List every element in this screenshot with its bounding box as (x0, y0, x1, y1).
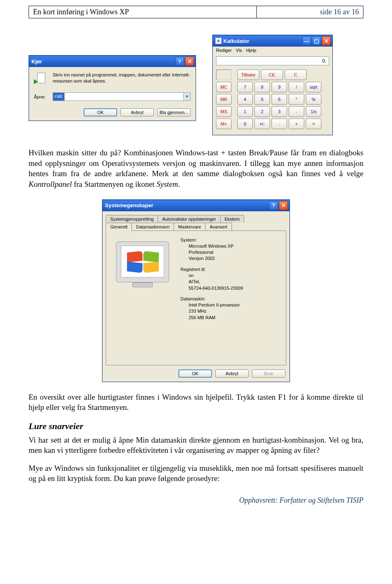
calc-neg[interactable]: +/- (254, 119, 270, 129)
calc-c[interactable]: C (285, 69, 307, 80)
tab-computername[interactable]: Datamaskinnavn (131, 223, 174, 231)
calc-9[interactable]: 9 (272, 82, 287, 92)
menu-view[interactable]: Vis (236, 48, 242, 53)
calc-mul[interactable]: * (289, 94, 304, 105)
calc-mem-indicator (216, 69, 232, 80)
calc-mc[interactable]: MC (216, 82, 232, 92)
calc-6[interactable]: 6 (272, 94, 287, 105)
paragraph-1: Hvilken maskin sitter du på? Kombinasjon… (29, 148, 363, 190)
calc-mplus[interactable]: M+ (216, 119, 232, 129)
calc-dot[interactable]: . (272, 119, 287, 129)
calculator-window: ⊞ Kalkulator — ▢ ✕ Rediger Vis Hjelp 0. (212, 35, 333, 135)
menu-edit[interactable]: Rediger (216, 48, 232, 53)
run-dialog: Kjør ? ✕ Skriv inn navnet på programmet,… (29, 55, 196, 121)
tab-hardware[interactable]: Maskinvare (174, 223, 205, 231)
paragraph-2: En oversikt over alle hurtigtaster finne… (29, 392, 363, 413)
tab-restore[interactable]: Systemgjenoppretting (106, 215, 158, 223)
tab-general[interactable]: Generelt (106, 223, 132, 231)
calc-3[interactable]: 3 (272, 106, 287, 117)
calc-title: Kalkulator (223, 38, 302, 44)
header-title: En kort innføring i Windows XP (29, 6, 257, 18)
run-titlebar: Kjør ? ✕ (29, 56, 196, 67)
chevron-down-icon[interactable] (183, 93, 190, 101)
calc-titlebar: ⊞ Kalkulator — ▢ ✕ (213, 35, 332, 47)
close-icon[interactable]: ✕ (322, 36, 331, 45)
calc-add[interactable]: + (289, 119, 304, 129)
browse-button[interactable]: Bla gjennom... (157, 108, 191, 116)
calc-2[interactable]: 2 (254, 106, 270, 117)
calc-back[interactable]: Tilbake (237, 69, 259, 80)
calc-1[interactable]: 1 (237, 106, 253, 117)
top-screenshots: Kjør ? ✕ Skriv inn navnet på programmet,… (0, 18, 392, 143)
sysprops-title: Systemegenskaper (105, 202, 269, 208)
calc-ce[interactable]: CE (261, 69, 283, 80)
run-icon (34, 72, 49, 87)
calc-inv[interactable]: 1/x (306, 106, 321, 117)
system-info: System: Microsoft Windows XP Professiona… (180, 237, 243, 326)
system-header: System: (180, 237, 243, 242)
tab-advanced[interactable]: Avansert (205, 223, 232, 231)
page-footer: Opphavsrett: Forfatter og Stiftelsen TIS… (0, 491, 392, 513)
calc-8[interactable]: 8 (254, 82, 270, 92)
calc-4[interactable]: 4 (237, 94, 253, 105)
system-properties-dialog: Systemegenskaper ? ✕ Systemgjenopprettin… (102, 199, 290, 382)
calc-pct[interactable]: % (306, 94, 321, 105)
minimize-icon[interactable]: — (302, 36, 311, 45)
ok-button[interactable]: OK (84, 108, 117, 116)
calc-app-icon: ⊞ (215, 38, 222, 44)
paragraph-4: Mye av Windows sin funksjonalitet er til… (29, 463, 363, 484)
help-icon[interactable]: ? (175, 57, 184, 66)
cancel-button[interactable]: Avbryt (215, 369, 249, 378)
calc-display: 0. (216, 56, 329, 65)
section-heading: Lure snarveier (29, 420, 363, 432)
sysprops-titlebar: Systemegenskaper ? ✕ (102, 200, 290, 211)
run-instruction: Skriv inn navnet på programmet, mappen, … (53, 72, 191, 87)
close-icon[interactable]: ✕ (279, 201, 288, 210)
calc-sqrt[interactable]: sqrt (306, 82, 321, 92)
calc-5[interactable]: 5 (254, 94, 270, 105)
ok-button[interactable]: OK (178, 369, 212, 378)
page-header: En kort innføring i Windows XP side 16 a… (29, 6, 363, 18)
registered-header: Registrert til: (180, 267, 243, 272)
calc-div[interactable]: / (289, 82, 304, 92)
cancel-button[interactable]: Avbryt (120, 108, 154, 116)
run-input[interactable]: calc (53, 92, 191, 101)
calc-mr[interactable]: MR (216, 94, 232, 105)
calc-eq[interactable]: = (306, 119, 321, 129)
maximize-icon[interactable]: ▢ (312, 36, 321, 45)
run-input-value: calc (53, 93, 65, 101)
close-icon[interactable]: ✕ (185, 57, 194, 66)
monitor-icon (112, 242, 173, 291)
paragraph-3: Vi har sett at det er mulig å åpne Min d… (29, 435, 363, 456)
calc-menubar: Rediger Vis Hjelp (213, 47, 332, 54)
open-label: Åpne: (34, 94, 49, 99)
help-icon[interactable]: ? (269, 201, 278, 210)
apply-button[interactable]: Bruk (252, 369, 285, 378)
calc-7[interactable]: 7 (237, 82, 253, 92)
tab-remote[interactable]: Ekstern (220, 215, 244, 223)
calc-ms[interactable]: MS (216, 106, 232, 117)
calc-0[interactable]: 0 (237, 119, 253, 129)
calc-buttons: Tilbake CE C MC 7 8 9 / sqrt MR (213, 68, 332, 135)
computer-header: Datamaskin: (180, 296, 243, 301)
menu-help[interactable]: Hjelp (246, 48, 256, 53)
header-page: side 16 av 16 (257, 6, 363, 18)
run-title: Kjør (31, 58, 175, 65)
tab-updates[interactable]: Automatiske oppdateringer (158, 215, 220, 223)
calc-sub[interactable]: - (289, 106, 304, 117)
